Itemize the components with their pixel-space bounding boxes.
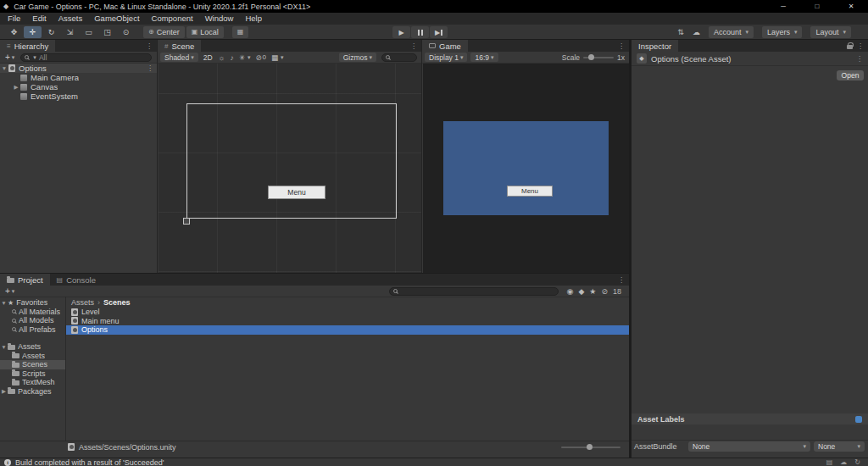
activity-status-icon[interactable]: ↻ — [854, 458, 860, 466]
hierarchy-search-input[interactable]: ▾ All — [20, 53, 152, 62]
scene-lighting-icon[interactable]: ☼ — [218, 53, 226, 62]
custom-tool-button[interactable]: ⊙ — [117, 26, 135, 38]
rotation-toggle-button[interactable]: ▣ Local — [186, 26, 224, 38]
open-button[interactable]: Open — [837, 70, 864, 80]
saved-search-star-icon[interactable]: ★ — [589, 287, 596, 296]
favorites-item[interactable]: All Materials — [0, 308, 65, 317]
search-by-type-icon[interactable]: ◉ — [567, 287, 574, 296]
search-by-label-icon[interactable]: ◆ — [578, 287, 584, 296]
rect-tool-button[interactable]: ▭ — [80, 26, 97, 38]
expander-icon[interactable]: ▼ — [0, 344, 8, 350]
scale-tool-button[interactable]: ⇲ — [61, 26, 79, 38]
grid-snap-button[interactable]: ▦ — [232, 26, 249, 38]
tab-hierarchy[interactable]: ≡ Hierarchy — [0, 40, 55, 52]
asset-labels-header[interactable]: Asset Labels — [632, 413, 868, 424]
game-viewport[interactable]: Menu — [423, 64, 629, 273]
favorites-root[interactable]: ▼ ★ Favorites — [0, 298, 65, 308]
hidden-packages-icon[interactable]: ⊘ — [601, 287, 608, 296]
gizmo-handle[interactable] — [183, 218, 190, 225]
breadcrumb-root[interactable]: Assets — [71, 298, 94, 307]
pivot-toggle-button[interactable]: ⊕ Center — [143, 26, 185, 38]
layers-dropdown[interactable]: Layers ▾ — [762, 26, 803, 38]
minimize-button[interactable]: ─ — [766, 0, 800, 13]
step-button[interactable]: ▶ — [430, 26, 448, 38]
move-tool-button[interactable]: ✛ — [24, 26, 42, 38]
folder-item[interactable]: Scenes — [0, 360, 65, 369]
scene-audio-icon[interactable]: ♪ — [230, 53, 235, 62]
breadcrumb-current[interactable]: Scenes — [103, 298, 131, 307]
expander-icon[interactable]: ▼ — [0, 300, 8, 306]
hierarchy-item[interactable]: ▶ Canvas — [0, 82, 157, 92]
play-button[interactable]: ▶ — [392, 26, 410, 38]
icon-size-slider[interactable] — [561, 447, 620, 448]
tab-game[interactable]: Game — [422, 40, 468, 52]
folder-item[interactable]: Scripts — [0, 369, 65, 379]
tab-console[interactable]: ▤ Console — [50, 274, 103, 286]
scene-effects-dropdown[interactable]: ✳ ▾ — [238, 53, 252, 62]
project-search-input[interactable] — [389, 287, 559, 296]
slider-knob[interactable] — [588, 54, 594, 60]
create-asset-button[interactable]: + ▾ — [3, 286, 17, 296]
panel-menu-icon[interactable]: ⋮ — [410, 42, 417, 50]
header-menu-icon[interactable]: ⋮ — [856, 55, 863, 63]
expander-icon[interactable]: ▶ — [12, 84, 20, 91]
file-row[interactable]: Main menu — [66, 317, 629, 326]
cloud-status-icon[interactable]: ☁ — [840, 458, 847, 466]
panel-menu-icon[interactable]: ⋮ — [618, 276, 625, 284]
collab-icon[interactable]: ⇅ — [677, 28, 684, 36]
2d-toggle[interactable]: 2D — [202, 53, 214, 62]
menu-item[interactable]: Component — [146, 13, 199, 25]
menu-item[interactable]: Edit — [26, 13, 52, 25]
game-menu-ui-button[interactable]: Menu — [507, 186, 553, 197]
account-dropdown[interactable]: Account ▾ — [709, 26, 754, 38]
assetbundle-dropdown[interactable]: None ▾ — [688, 441, 810, 452]
folder-item[interactable]: TextMesh — [0, 378, 65, 387]
rotate-tool-button[interactable]: ↻ — [42, 26, 60, 38]
panel-menu-icon[interactable]: ⋮ — [857, 42, 864, 50]
layout-dropdown[interactable]: Layout ▾ — [810, 26, 851, 38]
scene-menu-ui-button[interactable]: Menu — [268, 186, 326, 199]
cloud-icon[interactable]: ☁ — [693, 28, 700, 36]
gizmos-dropdown[interactable]: Gizmos ▾ — [339, 53, 376, 62]
close-button[interactable]: ✕ — [834, 0, 868, 13]
panel-menu-icon[interactable]: ⋮ — [146, 42, 153, 50]
favorites-item[interactable]: All Models — [0, 316, 65, 325]
transform-tool-button[interactable]: ◳ — [98, 26, 116, 38]
scene-menu-icon[interactable]: ⋮ — [147, 64, 153, 72]
maximize-button[interactable]: □ — [800, 0, 834, 13]
hidden-objects-indicator[interactable]: ⊘ 0 — [254, 53, 267, 62]
label-tag-icon[interactable] — [855, 416, 862, 423]
slider-knob[interactable] — [587, 444, 593, 450]
display-dropdown[interactable]: Display 1 ▾ — [425, 53, 467, 62]
hand-tool-button[interactable]: ✥ — [5, 26, 23, 38]
file-row[interactable]: Options — [66, 325, 629, 335]
aspect-ratio-dropdown[interactable]: 16:9 ▾ — [470, 53, 498, 62]
folder-item[interactable]: Assets — [0, 352, 65, 361]
packages-root[interactable]: ▶ Packages — [0, 387, 65, 397]
console-status-icon[interactable]: ▤ — [826, 458, 833, 466]
expander-icon[interactable]: ▶ — [0, 388, 8, 395]
grid-visibility-dropdown[interactable]: ▦ ▾ — [270, 53, 285, 62]
menu-item[interactable]: File — [2, 13, 26, 25]
menu-item[interactable]: GameObject — [88, 13, 145, 25]
tab-scene[interactable]: # Scene — [158, 40, 201, 52]
hierarchy-item[interactable]: EventSystem — [0, 92, 157, 101]
shading-mode-dropdown[interactable]: Shaded ▾ — [160, 53, 198, 62]
create-object-button[interactable]: + ▾ — [3, 53, 17, 62]
status-message[interactable]: Build completed with a result of 'Succee… — [15, 458, 164, 466]
hierarchy-item[interactable]: Main Camera — [0, 73, 157, 82]
pause-button[interactable] — [411, 26, 429, 38]
assetbundle-variant-dropdown[interactable]: None ▾ — [814, 441, 865, 452]
assets-root[interactable]: ▼ Assets — [0, 342, 65, 352]
expander-icon[interactable]: ▼ — [0, 65, 8, 71]
scene-viewport[interactable]: Menu — [159, 64, 421, 273]
lock-icon[interactable] — [847, 45, 853, 49]
file-row[interactable]: Level — [66, 308, 629, 317]
scale-slider[interactable] — [583, 57, 614, 58]
hierarchy-scene-row[interactable]: ▼ Options ⋮ — [0, 64, 157, 73]
menu-item[interactable]: Assets — [53, 13, 89, 25]
menu-item[interactable]: Window — [199, 13, 240, 25]
menu-item[interactable]: Help — [239, 13, 268, 25]
favorites-item[interactable]: All Prefabs — [0, 325, 65, 335]
scene-search-input[interactable] — [381, 53, 417, 62]
